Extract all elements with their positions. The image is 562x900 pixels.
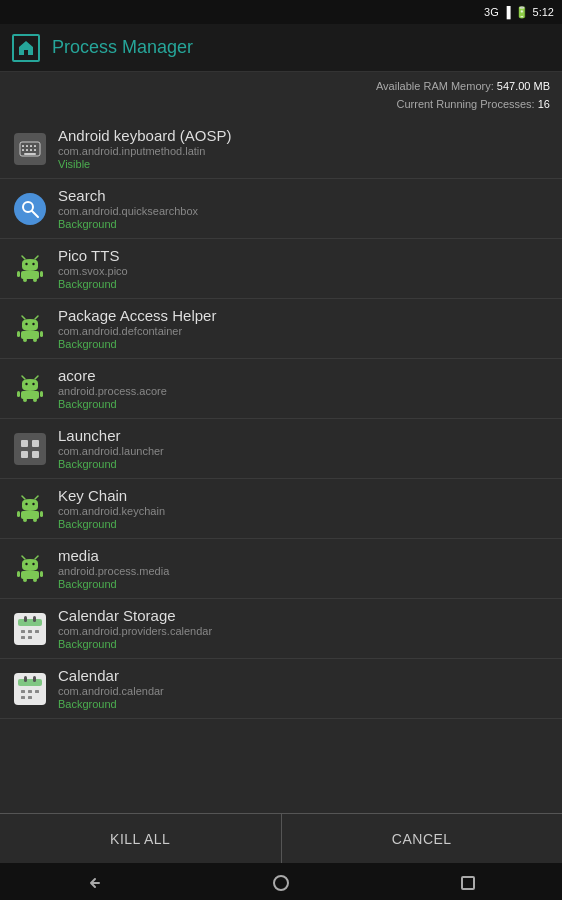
status-bar: 3G ▐ 🔋 5:12 [0, 0, 562, 24]
running-processes: Current Running Processes: 16 [12, 96, 550, 114]
svg-rect-56 [21, 571, 39, 579]
svg-rect-39 [21, 440, 28, 447]
svg-rect-18 [40, 271, 43, 277]
svg-rect-35 [17, 391, 20, 397]
svg-rect-41 [21, 451, 28, 458]
process-status: Background [58, 638, 550, 650]
android-icon [14, 551, 46, 587]
process-name: Calendar [58, 667, 550, 684]
process-name: Package Access Helper [58, 307, 550, 324]
svg-rect-49 [40, 511, 43, 517]
android-icon [14, 371, 46, 407]
nav-bar [0, 863, 562, 900]
process-status: Background [58, 338, 550, 350]
process-name: media [58, 547, 550, 564]
cancel-button[interactable]: CANCEL [282, 814, 563, 863]
process-status: Visible [58, 158, 550, 170]
process-info: Key Chain com.android.keychain Backgroun… [58, 487, 550, 530]
svg-rect-67 [35, 630, 39, 633]
svg-rect-75 [28, 690, 32, 693]
svg-line-12 [22, 256, 25, 259]
svg-rect-1 [22, 145, 24, 147]
bottom-buttons: KILL ALL CANCEL [0, 813, 562, 863]
svg-rect-60 [33, 578, 37, 582]
svg-rect-2 [26, 145, 28, 147]
svg-rect-38 [33, 398, 37, 402]
svg-rect-36 [40, 391, 43, 397]
home-icon[interactable] [12, 34, 40, 62]
svg-point-54 [25, 562, 27, 564]
svg-rect-25 [21, 331, 39, 339]
process-package: com.android.inputmethod.latin [58, 145, 550, 157]
kill-all-button[interactable]: KILL ALL [0, 814, 282, 863]
process-icon [12, 491, 48, 527]
process-icon [12, 251, 48, 287]
svg-rect-16 [21, 271, 39, 279]
list-item[interactable]: Package Access Helper com.android.defcon… [0, 299, 562, 359]
signal-indicator: 3G [484, 6, 499, 18]
svg-rect-50 [23, 518, 27, 522]
list-item[interactable]: Launcher com.android.launcher Background [0, 419, 562, 479]
process-info: Pico TTS com.svox.pico Background [58, 247, 550, 290]
svg-rect-72 [24, 676, 27, 682]
svg-rect-48 [17, 511, 20, 517]
svg-rect-5 [22, 149, 24, 151]
svg-rect-57 [17, 571, 20, 577]
back-button[interactable] [74, 868, 114, 898]
process-info: Calendar com.android.calendar Background [58, 667, 550, 710]
process-info: Calendar Storage com.android.providers.c… [58, 607, 550, 650]
process-name: Calendar Storage [58, 607, 550, 624]
svg-rect-58 [40, 571, 43, 577]
process-package: com.android.calendar [58, 685, 550, 697]
svg-line-44 [35, 496, 38, 499]
process-status: Background [58, 518, 550, 530]
svg-rect-47 [21, 511, 39, 519]
svg-point-14 [25, 262, 27, 264]
calendar-icon [14, 613, 46, 645]
list-item[interactable]: media android.process.media Background [0, 539, 562, 599]
svg-line-30 [22, 376, 25, 379]
process-info: media android.process.media Background [58, 547, 550, 590]
svg-rect-28 [23, 338, 27, 342]
list-item[interactable]: acore android.process.acore Background [0, 359, 562, 419]
svg-rect-63 [24, 616, 27, 622]
svg-rect-51 [33, 518, 37, 522]
list-item[interactable]: Android keyboard (AOSP) com.android.inpu… [0, 119, 562, 179]
process-package: com.android.defcontainer [58, 325, 550, 337]
svg-rect-74 [21, 690, 25, 693]
process-package: com.svox.pico [58, 265, 550, 277]
list-item[interactable]: Calendar Storage com.android.providers.c… [0, 599, 562, 659]
svg-rect-68 [21, 636, 25, 639]
ram-info: Available RAM Memory: 547.00 MB Current … [0, 72, 562, 119]
svg-rect-71 [18, 679, 42, 686]
list-item[interactable]: Search com.android.quicksearchbox Backgr… [0, 179, 562, 239]
list-item[interactable]: Pico TTS com.svox.pico Background [0, 239, 562, 299]
process-icon [12, 371, 48, 407]
svg-line-13 [35, 256, 38, 259]
process-name: Search [58, 187, 550, 204]
calendar-icon [14, 673, 46, 705]
list-item[interactable]: Key Chain com.android.keychain Backgroun… [0, 479, 562, 539]
svg-rect-37 [23, 398, 27, 402]
svg-rect-73 [33, 676, 36, 682]
svg-rect-66 [28, 630, 32, 633]
process-name: acore [58, 367, 550, 384]
svg-rect-78 [28, 696, 32, 699]
svg-point-23 [25, 322, 27, 324]
process-icon [12, 311, 48, 347]
svg-point-46 [32, 502, 34, 504]
home-nav-button[interactable] [261, 868, 301, 898]
svg-rect-77 [21, 696, 25, 699]
svg-line-43 [22, 496, 25, 499]
svg-rect-7 [30, 149, 32, 151]
recents-button[interactable] [448, 868, 488, 898]
process-info: Search com.android.quicksearchbox Backgr… [58, 187, 550, 230]
process-name: Pico TTS [58, 247, 550, 264]
process-info: Package Access Helper com.android.defcon… [58, 307, 550, 350]
process-name: Launcher [58, 427, 550, 444]
svg-line-53 [35, 556, 38, 559]
svg-point-55 [32, 562, 34, 564]
list-item[interactable]: Calendar com.android.calendar Background [0, 659, 562, 719]
svg-rect-34 [21, 391, 39, 399]
process-package: android.process.media [58, 565, 550, 577]
